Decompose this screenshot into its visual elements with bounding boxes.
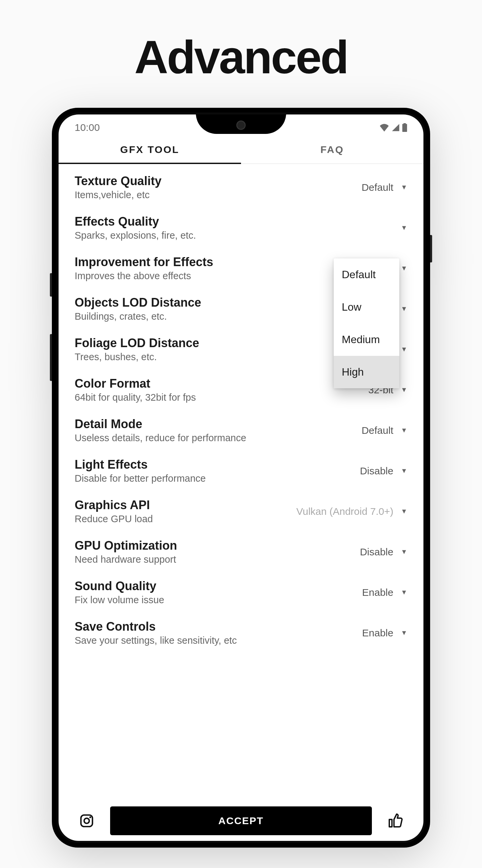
setting-title: Graphics API [75, 498, 296, 512]
setting-value[interactable]: Enable▼ [362, 627, 407, 639]
setting-value[interactable]: Disable▼ [360, 546, 407, 558]
dropdown-item[interactable]: Low [334, 291, 399, 323]
tabs: GFX TOOL FAQ [59, 136, 423, 164]
setting-value[interactable]: ▼ [401, 305, 407, 313]
chevron-down-icon: ▼ [401, 467, 407, 475]
setting-row[interactable]: Detail ModeUseless details, reduce for p… [59, 411, 423, 452]
setting-desc: Disable for better performance [75, 473, 360, 484]
signal-icon [391, 124, 400, 131]
thumbs-up-icon[interactable] [383, 809, 407, 833]
chevron-down-icon: ▼ [401, 305, 407, 313]
setting-desc: Items,vehicle, etc [75, 189, 361, 200]
phone-mockup: 10:00 GFX TOOL FAQ Texture QualityItems,… [52, 108, 430, 847]
setting-desc: Need hardware support [75, 554, 360, 565]
tab-faq[interactable]: FAQ [241, 136, 423, 163]
setting-value[interactable]: ▼ [401, 224, 407, 231]
chevron-down-icon: ▼ [401, 345, 407, 353]
svg-point-2 [89, 816, 91, 818]
accept-button[interactable]: ACCEPT [110, 806, 372, 835]
setting-value[interactable]: Default▼ [361, 425, 407, 436]
instagram-icon[interactable] [75, 809, 99, 833]
wifi-icon [379, 124, 389, 131]
chevron-down-icon: ▼ [401, 507, 407, 515]
setting-title: Effects Quality [75, 215, 401, 229]
chevron-down-icon: ▼ [401, 265, 407, 272]
battery-icon [402, 123, 407, 132]
setting-value[interactable]: Default▼ [361, 182, 407, 193]
setting-desc: Useless details, reduce for performance [75, 433, 361, 443]
page-title: Advanced [134, 30, 348, 84]
setting-row[interactable]: GPU OptimizationNeed hardware supportDis… [59, 533, 423, 573]
setting-value[interactable]: ▼ [401, 265, 407, 272]
setting-title: Detail Mode [75, 417, 361, 431]
chevron-down-icon: ▼ [401, 548, 407, 556]
setting-row[interactable]: Save ControlsSave your settings, like se… [59, 614, 423, 654]
dropdown-item[interactable]: Default [334, 258, 399, 291]
setting-title: GPU Optimization [75, 538, 360, 553]
setting-title: Sound Quality [75, 579, 362, 593]
notch [196, 115, 286, 134]
chevron-down-icon: ▼ [401, 224, 407, 231]
phone-frame: 10:00 GFX TOOL FAQ Texture QualityItems,… [52, 108, 430, 847]
svg-point-1 [84, 818, 89, 823]
setting-desc: Reduce GPU load [75, 514, 296, 525]
setting-desc: 64bit for quality, 32bit for fps [75, 392, 368, 403]
dropdown-item[interactable]: High [334, 356, 399, 388]
chevron-down-icon: ▼ [401, 183, 407, 191]
setting-row[interactable]: Effects QualitySparks, explosions, fire,… [59, 209, 423, 249]
setting-title: Light Effects [75, 458, 360, 472]
setting-title: Color Format [75, 377, 368, 391]
chevron-down-icon: ▼ [401, 386, 407, 394]
bottom-bar: ACCEPT [59, 801, 423, 841]
setting-title: Save Controls [75, 620, 362, 634]
setting-value[interactable]: ▼ [401, 345, 407, 353]
tab-gfx-tool[interactable]: GFX TOOL [59, 136, 241, 163]
setting-row[interactable]: Texture QualityItems,vehicle, etcDefault… [59, 168, 423, 209]
dropdown-popup: DefaultLowMediumHigh [334, 258, 399, 388]
setting-row[interactable]: Sound QualityFix low volume issueEnable▼ [59, 573, 423, 614]
setting-row[interactable]: Light EffectsDisable for better performa… [59, 452, 423, 492]
setting-desc: Sparks, explosions, fire, etc. [75, 230, 401, 241]
setting-value[interactable]: Vulkan (Android 7.0+)▼ [296, 506, 407, 517]
setting-value[interactable]: Disable▼ [360, 465, 407, 477]
setting-title: Texture Quality [75, 174, 361, 188]
dropdown-item[interactable]: Medium [334, 323, 399, 356]
status-time: 10:00 [75, 122, 100, 133]
chevron-down-icon: ▼ [401, 427, 407, 434]
side-button [430, 235, 432, 262]
setting-desc: Fix low volume issue [75, 594, 362, 606]
setting-desc: Save your settings, like sensitivity, et… [75, 635, 362, 646]
setting-value[interactable]: Enable▼ [362, 587, 407, 598]
chevron-down-icon: ▼ [401, 588, 407, 596]
setting-row[interactable]: Graphics APIReduce GPU loadVulkan (Andro… [59, 492, 423, 533]
phone-screen: 10:00 GFX TOOL FAQ Texture QualityItems,… [59, 115, 423, 841]
chevron-down-icon: ▼ [401, 629, 407, 637]
